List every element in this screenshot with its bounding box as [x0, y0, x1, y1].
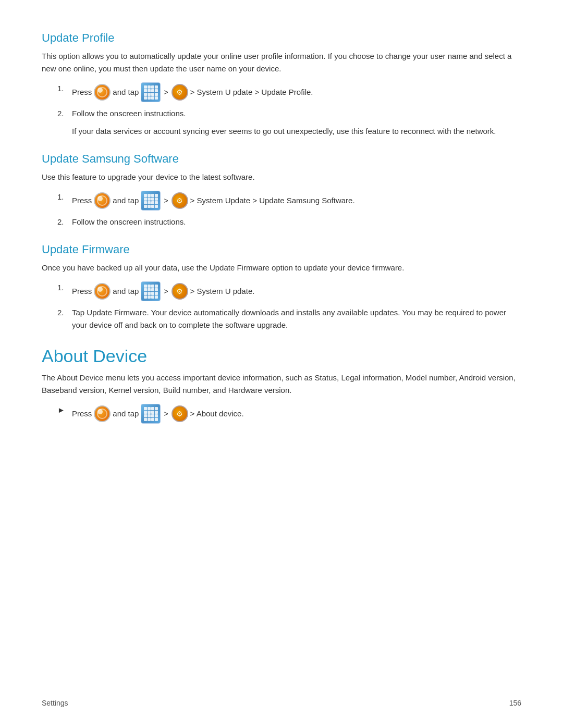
step-1-text-after: > System U pdate > Update Profile. — [190, 86, 313, 98]
arrow-4a: > — [164, 408, 168, 419]
samsung-step-num-1: 1. — [57, 191, 72, 203]
update-profile-desc: This option allows you to automatically … — [42, 50, 521, 75]
press-label-4: Press — [72, 408, 92, 420]
update-samsung-title: Update Samsung Software — [42, 152, 521, 166]
bullet-symbol: ► — [57, 404, 72, 416]
update-firmware-title: Update Firmware — [42, 243, 521, 256]
settings-icon-1 — [172, 84, 188, 101]
firmware-step-num-1: 1. — [57, 281, 72, 294]
footer-right: 156 — [509, 699, 521, 707]
footer: Settings 156 — [42, 699, 521, 707]
firmware-step-2-text: Tap Update Firmware. Your device automat… — [72, 306, 521, 331]
grid-icon-1 — [141, 82, 161, 102]
samsung-step-1-content: Press and tap > > System Update > Update… — [72, 191, 355, 211]
update-profile-steps: 1. Press and tap > > Sys — [57, 82, 521, 120]
firmware-step-1-content: Press and tap > > System U pdate. — [72, 281, 254, 301]
update-samsung-steps: 1. Press and tap > > System Update > Upd… — [57, 191, 521, 228]
footer-left: Settings — [42, 699, 68, 707]
grid-icon-3 — [141, 281, 161, 301]
firmware-step-1-text-after: > System U pdate. — [190, 285, 255, 298]
about-bullet: ► Press and tap > > About device. — [57, 404, 521, 424]
settings-icon-2 — [172, 192, 188, 209]
step-2: 2. Follow the onscreen instructions. — [57, 107, 521, 120]
arrow-1a: > — [164, 87, 168, 98]
update-profile-note: If your data services or account syncing… — [72, 125, 521, 138]
arrow-2a: > — [164, 195, 168, 206]
samsung-step-2: 2. Follow the onscreen instructions. — [57, 216, 521, 228]
and-tap-label-2: and tap — [113, 194, 139, 207]
settings-icon-4 — [172, 405, 188, 422]
update-profile-section: Update Profile This option allows you to… — [42, 31, 521, 138]
firmware-step-1: 1. Press and tap > > System U pdate. — [57, 281, 521, 301]
samsung-step-1: 1. Press and tap > > System Update > Upd… — [57, 191, 521, 211]
step-num-1: 1. — [57, 82, 72, 95]
press-label-3: Press — [72, 285, 92, 298]
about-bullet-content: Press and tap > > About device. — [72, 404, 244, 424]
home-icon-3 — [94, 283, 111, 300]
and-tap-label-3: and tap — [113, 285, 139, 298]
step-1-content: Press and tap > > System U pdate > Upda — [72, 82, 313, 102]
grid-icon-4 — [141, 404, 161, 424]
settings-icon-3 — [172, 283, 188, 300]
update-samsung-section: Update Samsung Software Use this feature… — [42, 152, 521, 228]
press-label-2: Press — [72, 194, 92, 207]
home-icon-1 — [94, 84, 111, 101]
update-samsung-desc: Use this feature to upgrade your device … — [42, 171, 521, 183]
samsung-step-num-2: 2. — [57, 216, 72, 228]
and-tap-label-1: and tap — [113, 86, 139, 98]
step-2-text: Follow the onscreen instructions. — [72, 107, 186, 120]
about-device-desc: The About Device menu lets you access im… — [42, 372, 521, 397]
about-bullet-text-after: > About device. — [190, 408, 244, 420]
samsung-step-2-text: Follow the onscreen instructions. — [72, 216, 186, 228]
firmware-step-num-2: 2. — [57, 306, 72, 319]
arrow-3a: > — [164, 286, 168, 297]
home-icon-4 — [94, 405, 111, 422]
update-profile-title: Update Profile — [42, 31, 521, 45]
about-device-title: About Device — [42, 346, 521, 366]
update-firmware-section: Update Firmware Once you have backed up … — [42, 243, 521, 331]
update-firmware-steps: 1. Press and tap > > System U pdate. — [57, 281, 521, 331]
samsung-step-1-text-after: > System Update > Update Samsung Softwar… — [190, 194, 355, 207]
press-label-1: Press — [72, 86, 92, 98]
home-icon-2 — [94, 192, 111, 209]
firmware-step-2: 2. Tap Update Firmware. Your device auto… — [57, 306, 521, 331]
about-device-section: About Device The About Device menu lets … — [42, 346, 521, 424]
about-device-steps: ► Press and tap > > About device. — [57, 404, 521, 424]
grid-icon-2 — [141, 191, 161, 211]
step-1: 1. Press and tap > > Sys — [57, 82, 521, 102]
step-num-2: 2. — [57, 107, 72, 120]
and-tap-label-4: and tap — [113, 408, 139, 420]
update-firmware-desc: Once you have backed up all your data, u… — [42, 262, 521, 274]
